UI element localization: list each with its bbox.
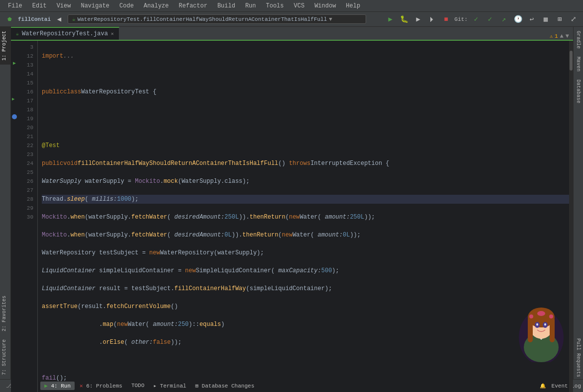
menu-bar: File Edit View Navigate Code Analyze Ref… <box>0 0 583 12</box>
menu-help[interactable]: Help <box>342 1 364 10</box>
code-line-14 <box>42 105 569 114</box>
code-line-19: Thread.sleep( millis: 1000); <box>42 195 569 204</box>
breakpoint-19[interactable] <box>12 114 17 119</box>
svg-point-10 <box>544 323 546 326</box>
code-line-27: .orElse( other: false)); <box>42 338 569 347</box>
breadcrumb-dropdown-icon[interactable]: ▼ <box>329 16 332 22</box>
git-check-icon[interactable]: ✓ <box>471 14 482 25</box>
run-btn[interactable]: ▶ <box>385 14 396 25</box>
svg-point-11 <box>537 311 545 316</box>
svg-point-12 <box>529 314 533 318</box>
code-line-23: LiquidContainer simpleLiquidContainer = … <box>42 266 569 275</box>
tab-label: WaterRepositoryTest.java <box>22 30 108 37</box>
gutter-16 <box>11 85 18 94</box>
right-tab-pullrequests[interactable]: Pull Requests <box>575 336 582 379</box>
monika-svg <box>511 293 571 362</box>
right-tab-database[interactable]: Database <box>575 78 582 105</box>
expand-warnings-icon[interactable]: ▲ <box>560 33 564 40</box>
svg-point-13 <box>549 314 553 318</box>
menu-vcs[interactable]: VCS <box>290 1 309 10</box>
coverage-btn[interactable]: ▶ <box>413 14 424 25</box>
vcs-log-icon[interactable]: ▦ <box>540 14 551 25</box>
code-line-15 <box>42 123 569 132</box>
gutter-12 <box>11 50 18 59</box>
tab-bar: ☕ WaterRepositoryTest.java ✕ ⚠ 1 ▲ ▼ <box>11 27 573 41</box>
tab-file-icon: ☕ <box>16 31 19 37</box>
project-icon: ⬟ <box>4 14 15 25</box>
right-tab-gradle[interactable]: Gradle <box>575 29 582 51</box>
code-line-22: WaterRepository testSubject = new WaterR… <box>42 248 569 257</box>
line-numbers: 3 12 13 14 15 16 17 18 19 20 21 22 23 24… <box>18 41 38 392</box>
menu-run[interactable]: Run <box>241 1 260 10</box>
editor-area: ☕ WaterRepositoryTest.java ✕ ⚠ 1 ▲ ▼ <box>11 27 573 392</box>
code-line-12 <box>42 70 569 78</box>
main-container: 1: Project 2: Favorites 7: Structure ☕ W… <box>0 27 583 379</box>
code-line-21: Mockito.when(waterSupply.fetchWater( des… <box>42 231 569 239</box>
sidebar-tab-favorites[interactable]: 2: Favorites <box>0 292 10 335</box>
svg-point-9 <box>536 323 538 326</box>
code-area: ▶ ▶ 3 12 13 <box>11 41 573 392</box>
menu-edit[interactable]: Edit <box>28 1 51 10</box>
toolbar-right: ▶ 🐛 ▶ ⏵ ■ Git: ✓ ✓ ↗ 🕐 ↩ ▦ ⊞ ⤢ <box>385 14 579 25</box>
menu-view[interactable]: View <box>53 1 75 10</box>
svg-rect-6 <box>550 317 555 342</box>
editor-run-column: ☕ WaterRepositoryTest.java ✕ ⚠ 1 ▲ ▼ <box>11 27 573 379</box>
layout-icon[interactable]: ⊞ <box>554 14 565 25</box>
tab-close-btn[interactable]: ✕ <box>111 31 114 37</box>
collapse-warnings-icon[interactable]: ▼ <box>566 33 569 40</box>
code-line-17: public void fillContainerHalfWayShouldRe… <box>42 159 569 168</box>
menu-navigate[interactable]: Navigate <box>77 1 113 10</box>
code-content[interactable]: import ... public class WaterRepositoryT… <box>38 41 573 392</box>
gutter-3 <box>11 41 18 50</box>
code-line-13: public class WaterRepositoryTest { <box>42 87 569 96</box>
code-line-20: Mockito.when(waterSupply.fetchWater( des… <box>42 213 569 222</box>
sidebar-tab-structure[interactable]: 7: Structure <box>0 335 10 379</box>
debug-btn[interactable]: 🐛 <box>399 14 410 25</box>
code-line-26: .map(new Water( amount: 250)::equals) <box>42 320 569 329</box>
git-push-icon[interactable]: ↗ <box>498 14 509 25</box>
breadcrumb[interactable]: ☕ WaterRepositoryTest.fillContainerHalfW… <box>68 14 366 24</box>
git-history-icon[interactable]: 🕐 <box>512 14 523 25</box>
line-gutter: ▶ ▶ <box>11 41 18 392</box>
editor-tab-active[interactable]: ☕ WaterRepositoryTest.java ✕ <box>11 27 119 40</box>
menu-code[interactable]: Code <box>115 1 138 10</box>
gutter-19 <box>11 112 18 121</box>
svg-rect-5 <box>528 317 533 342</box>
gutter-15 <box>11 77 18 85</box>
profile-btn[interactable]: ⏵ <box>427 14 438 25</box>
run-icon-13: ▶ <box>13 60 16 66</box>
git-label: Git: <box>455 16 468 22</box>
monika-widget <box>511 293 571 362</box>
maximize-icon[interactable]: ⤢ <box>568 14 579 25</box>
expand-icon-17: ▶ <box>12 96 14 102</box>
code-line-28 <box>42 356 569 365</box>
sidebar-tab-project[interactable]: 1: Project <box>0 27 10 65</box>
right-tab-maven[interactable]: Maven <box>575 55 582 74</box>
warning-indicator: ⚠ <box>550 33 553 39</box>
git-check2-icon[interactable]: ✓ <box>485 14 495 25</box>
gutter-18 <box>11 103 18 112</box>
gutter-13: ▶ <box>11 59 18 68</box>
menu-file[interactable]: File <box>4 1 26 10</box>
menu-refactor[interactable]: Refactor <box>175 1 211 10</box>
breadcrumb-text: WaterRepositoryTest.fillContainerHalfWay… <box>78 16 327 22</box>
code-line-25: assertTrue(result.fetchCurrentVolume() <box>42 302 569 311</box>
git-undo-icon[interactable]: ↩ <box>526 14 537 25</box>
code-line-18: WaterSupply waterSupply = Mockito.mock(W… <box>42 177 569 186</box>
code-line-24: LiquidContainer result = testSubject.fil… <box>42 284 569 293</box>
menu-tools[interactable]: Tools <box>262 1 288 10</box>
code-line-29: fail(); <box>42 374 569 383</box>
code-line-3: import ... <box>42 52 569 61</box>
warning-count: 1 <box>555 33 558 39</box>
right-sidebar: Gradle Maven Database Pull Requests <box>573 27 583 379</box>
gutter-14 <box>11 68 18 77</box>
left-sidebar: 1: Project 2: Favorites 7: Structure <box>0 27 11 379</box>
back-btn[interactable]: ◀ <box>54 14 65 25</box>
menu-analyze[interactable]: Analyze <box>140 1 173 10</box>
project-name[interactable]: fillContai <box>18 16 51 22</box>
scrollbar-thumb[interactable] <box>570 51 573 71</box>
menu-window[interactable]: Window <box>310 1 340 10</box>
gutter-17: ▶ <box>11 94 18 103</box>
menu-build[interactable]: Build <box>213 1 239 10</box>
stop-btn[interactable]: ■ <box>441 14 452 25</box>
